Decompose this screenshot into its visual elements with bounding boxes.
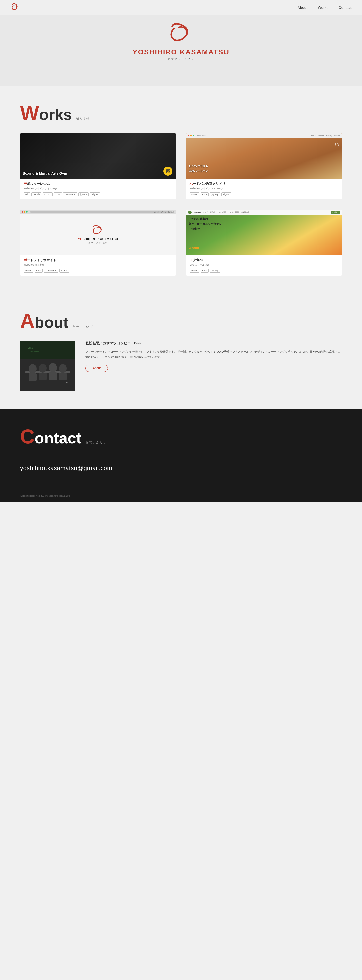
boxing-badge: BESTGYM: [164, 167, 173, 176]
portfolio-browser-bar: AboutWorksContact: [20, 210, 176, 214]
tag: JavaScript: [44, 269, 58, 273]
work-tags-portfolio: HTML CSS JavaScript Figma: [24, 269, 173, 273]
work-tags-bread: HTML CSS jQuery Figma: [189, 192, 338, 196]
hero-name-ja: カサマツヨシヒロ: [133, 57, 229, 61]
work-card-sugu[interactable]: ス スグ食べ トップ商品紹介会社概要よくある質問お客様の声 スグ購入 こだわり農…: [186, 210, 342, 276]
bread-script: m: [335, 141, 339, 147]
bread-catch: おうちでできる本格ハードパン: [189, 164, 208, 173]
tag: HTML: [24, 269, 33, 273]
svg-point-2: [29, 364, 37, 373]
work-category-sugu: LP / スクール課題: [189, 263, 338, 267]
tag: Figma: [90, 192, 100, 196]
works-heading: Works 制作実績: [20, 103, 342, 123]
nav-links: About Works Contact: [298, 6, 352, 10]
nav-works[interactable]: Works: [318, 6, 329, 10]
sugu-brand: スグ食べ: [193, 211, 201, 214]
tag: CSS: [35, 269, 43, 273]
work-card-bread[interactable]: meri meri AboutLessonGalleryContact おうちで…: [186, 133, 342, 199]
navbar: About Works Contact: [0, 0, 362, 15]
sugu-catch: こだわり農家の朝どりオーガニック野菜をご自宅で: [189, 216, 222, 231]
sugu-cta-btn: スグ購入: [331, 210, 340, 214]
work-thumb-sugu: ス スグ食べ トップ商品紹介会社概要よくある質問お客様の声 スグ購入 こだわり農…: [186, 210, 342, 255]
work-card-portfolio[interactable]: AboutWorksContact YOSHIHIRO KASAMATSU カサ…: [20, 210, 176, 276]
work-card-boxing[interactable]: GYM LOGO MenuAboutClassContact Boxing & …: [20, 133, 176, 199]
work-title-sugu: スグ食べ: [189, 258, 338, 262]
work-thumb-portfolio: AboutWorksContact YOSHIHIRO KASAMATSU カサ…: [20, 210, 176, 255]
about-me-label: me: [65, 381, 68, 384]
tag: HTML: [189, 269, 199, 273]
svg-point-4: [39, 364, 46, 372]
tag: HTML: [43, 192, 52, 196]
nav-contact[interactable]: Contact: [339, 6, 352, 10]
sugu-browser-bar: ス スグ食べ トップ商品紹介会社概要よくある質問お客様の声 スグ購入: [186, 210, 342, 215]
about-text-block: 笠松佳弘 / カサマツヨシヒロ / 1999 フリーでデザインとコーディングのお…: [86, 341, 342, 372]
hero-logo-icon: [168, 22, 194, 45]
tag: CSS: [201, 192, 209, 196]
portfolio-name-en: YOSHIHIRO KASAMATSU: [78, 237, 118, 241]
contact-email: yoshihiro.kasamatsu@gmail.com: [20, 465, 342, 472]
work-title-portfolio: ポートフォリオサイト: [24, 258, 173, 262]
work-info-boxing: デボルターレジム Website / クライアントワーク Git Github …: [20, 178, 176, 199]
svg-text:Today's special...: Today's special...: [28, 351, 41, 353]
svg-point-8: [59, 364, 67, 373]
portfolio-nav-links: AboutWorksContact: [154, 211, 174, 213]
about-description: フリーでデザインとコーディングのお仕事をしています。笠松佳弘です。 半年間、デジ…: [86, 349, 342, 360]
about-button[interactable]: About: [86, 365, 108, 372]
boxing-title: Boxing & Martial Arts Gym: [23, 171, 67, 176]
tag: jQuery: [78, 192, 89, 196]
work-thumb-boxing: GYM LOGO MenuAboutClassContact Boxing & …: [20, 133, 176, 178]
about-heading-ja: 自分について: [72, 325, 93, 329]
hero-logo-wrap: YOSHIHIRO KASAMATSU カサマツヨシヒロ: [133, 22, 229, 61]
work-info-portfolio: ポートフォリオサイト Website / 自主制作 HTML CSS JavaS…: [20, 255, 176, 276]
about-section: About 自分について MENU Today': [0, 293, 362, 409]
hero-name-en: YOSHIHIRO KASAMATSU: [133, 48, 229, 56]
bread-logo: meri meri: [197, 135, 205, 137]
contact-heading: Contact お問い合わせ: [20, 426, 342, 447]
bread-nav: AboutLessonGalleryContact: [311, 135, 340, 137]
svg-rect-10: [20, 341, 75, 359]
svg-rect-3: [29, 373, 37, 381]
about-heading: About 自分について: [20, 311, 342, 331]
tag: CSS: [54, 192, 62, 196]
contact-heading-ja: お問い合わせ: [86, 441, 106, 445]
tag: Github: [32, 192, 42, 196]
nav-about[interactable]: About: [298, 6, 308, 10]
portfolio-addr-bar: [30, 211, 173, 213]
tag: CSS: [201, 269, 209, 273]
svg-rect-7: [49, 372, 57, 380]
nav-logo[interactable]: [10, 3, 19, 13]
about-name: 笠松佳弘 / カサマツヨシヒロ / 1999: [86, 341, 342, 345]
work-info-bread: ハードパン教室メリメリ Website / クライアントワーク HTML CSS…: [186, 178, 342, 199]
sugu-logo-circle: ス: [188, 210, 192, 214]
work-thumb-bread: meri meri AboutLessonGalleryContact おうちで…: [186, 133, 342, 178]
svg-rect-9: [59, 373, 67, 380]
works-section: Works 制作実績 GYM LOGO MenuAboutClassContac…: [0, 86, 362, 293]
svg-rect-5: [39, 372, 46, 380]
about-photo-svg: MENU Today's special...: [20, 341, 75, 391]
work-title-bread: ハードパン教室メリメリ: [189, 181, 338, 186]
tag: jQuery: [210, 192, 220, 196]
tag: Figma: [221, 192, 231, 196]
tag: HTML: [189, 192, 199, 196]
work-title-boxing: デボルターレジム: [24, 181, 173, 186]
works-grid: GYM LOGO MenuAboutClassContact Boxing & …: [20, 133, 342, 276]
tag: Figma: [59, 269, 69, 273]
bread-bg: おうちでできる本格ハードパン m: [186, 133, 342, 178]
bread-browser-bar: meri meri AboutLessonGalleryContact: [186, 133, 342, 138]
dot-red: [22, 211, 23, 213]
work-category-boxing: Website / クライアントワーク: [24, 187, 173, 191]
dot-green: [192, 135, 194, 136]
work-tags-sugu: HTML CSS jQuery: [189, 269, 338, 273]
footer-copy: All Rights Reserved 2024 © Yoshihiro Kas…: [20, 495, 342, 497]
works-heading-text: Works: [20, 103, 72, 123]
sugu-bg: こだわり農家の朝どりオーガニック野菜をご自宅で: [186, 210, 342, 255]
dot-red: [187, 135, 189, 136]
about-content: MENU Today's special... me 笠松佳弘 / カサマツヨシ…: [20, 341, 342, 391]
dot-yellow: [24, 211, 25, 213]
work-category-portfolio: Website / 自主制作: [24, 263, 173, 267]
contact-heading-text: Contact: [20, 426, 81, 447]
tag: Git: [24, 192, 30, 196]
contact-section: Contact お問い合わせ yoshihiro.kasamatsu@gmail…: [0, 409, 362, 489]
portfolio-name-ja: カサマツヨシヒロ: [89, 242, 108, 244]
portfolio-content: YOSHIHIRO KASAMATSU カサマツヨシヒロ: [20, 210, 176, 255]
